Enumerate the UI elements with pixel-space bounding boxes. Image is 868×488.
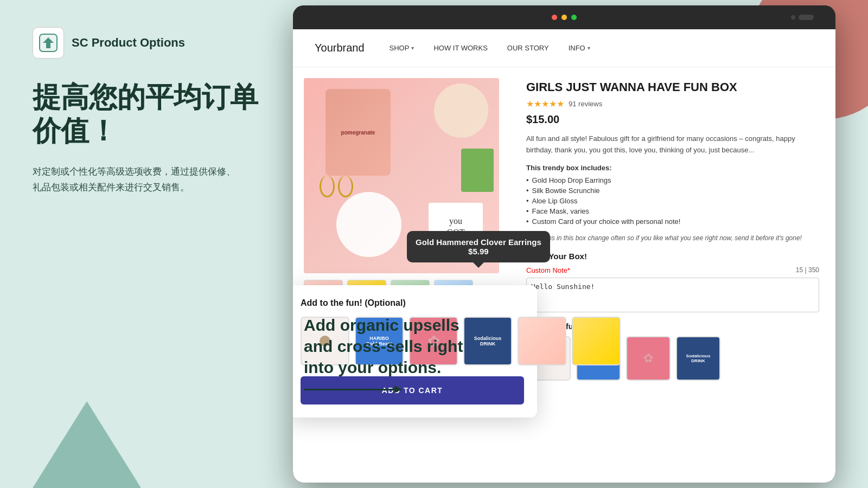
product-description: All fun and all style! Fabulous gift for… xyxy=(526,133,819,156)
product-area: pomegranate youGOTthis xyxy=(293,67,835,483)
list-item: Aloe Lip Gloss xyxy=(526,197,819,205)
app-name: SC Product Options xyxy=(72,36,185,50)
subtext: 对定制或个性化等高级选项收费，通过提供保修、礼品包装或相关配件来进行交叉销售。 xyxy=(33,164,239,196)
logo-row: SC Product Options xyxy=(33,27,271,59)
nav-info[interactable]: INFO ▾ xyxy=(569,44,590,52)
navigation-bar: Yourbrand SHOP ▾ HOW IT WORKS OUR STORY … xyxy=(293,29,835,67)
upsell-text: Add organic upsells and cross-sells righ… xyxy=(304,314,477,378)
camera-dot xyxy=(791,15,795,20)
flatlay-lip-gloss xyxy=(461,149,494,192)
flatlay-face-mask: pomegranate xyxy=(326,89,391,176)
tooltip-price: $5.99 xyxy=(416,247,541,256)
info-chevron-icon: ▾ xyxy=(588,45,590,51)
product-title: GIRLS JUST WANNA HAVE FUN BOX xyxy=(526,80,819,94)
addon-grid: HARIBOGold-Bears ✿ Soda­liciousDRINK xyxy=(526,336,819,381)
product-price: $15.00 xyxy=(526,113,819,126)
floating-addon-6[interactable] xyxy=(572,317,621,365)
includes-title: This trendy box includes: xyxy=(526,164,819,172)
clover-icon: ✿ xyxy=(643,351,653,365)
drink-label: Soda­liciousDRINK xyxy=(686,354,711,363)
addon-drink[interactable]: Soda­liciousDRINK xyxy=(676,336,720,381)
product-info-section: GIRLS JUST WANNA HAVE FUN BOX ★★★★★ 91 r… xyxy=(510,67,835,483)
custom-note-row: Custom Note* 15 | 350 xyxy=(526,266,819,274)
nav-brand: Yourbrand xyxy=(315,42,365,54)
floating-addon-5[interactable] xyxy=(518,317,566,365)
arrow-line xyxy=(304,389,401,390)
upsell-arrow xyxy=(304,389,477,390)
build-box-title: Build Your Box! xyxy=(526,252,819,261)
includes-list: Gold Hoop Drop Earrings Silk Bowtie Scru… xyxy=(526,176,819,226)
drink-icon: SodaliciousDRINK xyxy=(474,336,502,346)
star-icons: ★★★★★ xyxy=(526,99,564,109)
window-close-dot xyxy=(552,15,557,20)
list-item: Gold Hoop Drop Earrings xyxy=(526,176,819,184)
custom-note-textarea[interactable]: Hello Sunshine! xyxy=(526,278,819,312)
nav-shop[interactable]: SHOP ▾ xyxy=(390,44,414,52)
shop-chevron-icon: ▾ xyxy=(411,45,414,51)
custom-note-label: Custom Note* xyxy=(526,266,570,274)
left-panel: SC Product Options 提高您的平均订单价值！ 对定制或个性化等高… xyxy=(0,0,304,488)
earring-left xyxy=(320,176,335,197)
upsell-callout: Add organic upsells and cross-sells righ… xyxy=(304,314,477,390)
tooltip-bubble: Gold Hammered Clover Earrings $5.99 xyxy=(407,231,550,262)
nav-our-story[interactable]: OUR STORY xyxy=(507,44,549,52)
list-item: Face Mask, varies xyxy=(526,207,819,215)
app-logo-icon xyxy=(33,27,64,59)
headline: 提高您的平均订单价值！ xyxy=(33,80,271,148)
list-item: Silk Bowtie Scrunchie xyxy=(526,187,819,195)
list-item: Custom Card of your choice with personal… xyxy=(526,217,819,226)
browser-mockup: Yourbrand SHOP ▾ HOW IT WORKS OUR STORY … xyxy=(293,5,835,483)
optional-title: Add to the fun! (Optional) xyxy=(526,322,819,331)
char-count: 15 | 350 xyxy=(796,266,819,274)
browser-top-bar xyxy=(293,5,835,29)
camera-bar xyxy=(799,15,814,20)
product-note: The items in this box change often so if… xyxy=(526,233,819,243)
rating-row: ★★★★★ 91 reviews xyxy=(526,99,819,109)
tooltip-line1: Gold Hammered Clover Earrings xyxy=(416,237,541,247)
flatlay-earrings xyxy=(315,165,358,208)
product-image-section: pomegranate youGOTthis xyxy=(293,67,510,483)
addon-clover[interactable]: ✿ xyxy=(626,336,671,381)
review-count: 91 reviews xyxy=(569,100,602,108)
window-maximize-dot xyxy=(571,15,577,20)
flatlay-scrunchie xyxy=(434,84,488,138)
camera-area xyxy=(791,15,814,20)
earring-right xyxy=(338,176,353,197)
nav-how-it-works[interactable]: HOW IT WORKS xyxy=(433,44,487,52)
floating-card-title: Add to the fun! (Optional) xyxy=(301,298,524,308)
window-minimize-dot xyxy=(561,15,567,20)
